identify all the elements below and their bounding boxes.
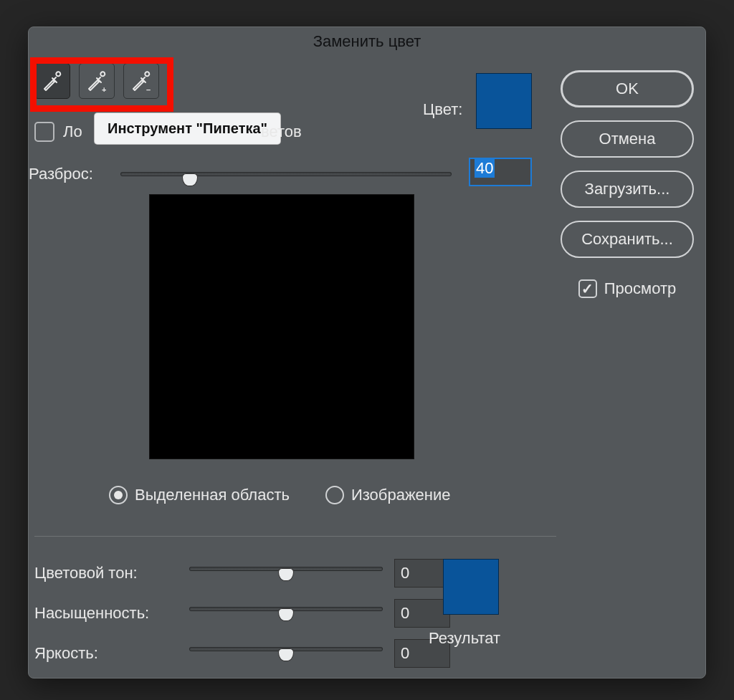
eyedropper-add-tool[interactable]: + <box>79 63 115 99</box>
eyedropper-tool[interactable] <box>34 63 70 99</box>
result-color-swatch[interactable] <box>443 559 499 615</box>
preview-label: Просмотр <box>604 279 676 298</box>
localized-colors-label-right: ветов <box>261 123 302 141</box>
preview-checkbox[interactable] <box>578 279 597 298</box>
saturation-label: Насыщенность: <box>34 604 178 623</box>
localized-colors-row: Ло ветов <box>34 122 302 142</box>
result-label: Результат <box>429 629 500 648</box>
dialog-buttons: OK Отмена Загрузить... Сохранить... Прос… <box>561 70 694 298</box>
saturation-input[interactable] <box>394 599 450 628</box>
lightness-slider[interactable] <box>189 646 383 661</box>
localized-colors-label-left: Ло <box>63 123 86 141</box>
fuzziness-label: Разброс: <box>29 165 93 183</box>
hue-slider[interactable] <box>189 565 383 581</box>
color-label: Цвет: <box>423 100 462 119</box>
eyedropper-icon <box>40 69 65 93</box>
preview-toggle-row: Просмотр <box>561 279 694 298</box>
fuzziness-value: 40 <box>475 159 495 178</box>
radio-image[interactable] <box>325 486 344 504</box>
radio-image-label: Изображение <box>351 486 451 504</box>
saturation-slider[interactable] <box>189 605 383 621</box>
dialog-title: Заменить цвет <box>29 27 705 56</box>
dialog-content: + – Инструмент "Пипетка" Ло ветов Цвет: … <box>29 56 705 678</box>
replace-color-dialog: Заменить цвет + – <box>28 27 706 679</box>
ok-button[interactable]: OK <box>561 70 694 107</box>
hue-label: Цветовой тон: <box>34 564 178 582</box>
slider-track <box>120 172 452 176</box>
fuzziness-slider[interactable] <box>120 169 452 186</box>
eyedropper-subtract-tool[interactable]: – <box>123 63 159 99</box>
eyedropper-subtract-icon: – <box>129 69 153 93</box>
preview-mode-radios: Выделенная область Изображение <box>109 486 451 504</box>
radio-selection[interactable] <box>109 486 128 504</box>
svg-text:+: + <box>102 85 106 93</box>
cancel-button[interactable]: Отмена <box>561 120 694 158</box>
hue-input[interactable] <box>394 559 450 588</box>
load-button[interactable]: Загрузить... <box>561 171 694 208</box>
source-color-swatch[interactable] <box>476 73 532 129</box>
save-button[interactable]: Сохранить... <box>561 221 694 258</box>
slider-handle[interactable] <box>182 173 198 186</box>
saturation-slider-handle[interactable] <box>278 608 294 621</box>
eyedropper-toolbar: + – <box>34 63 159 99</box>
radio-selection-label: Выделенная область <box>135 486 290 504</box>
divider <box>34 536 556 537</box>
fuzziness-input[interactable]: 40 <box>469 158 532 186</box>
eyedropper-add-icon: + <box>85 69 109 93</box>
lightness-label: Яркость: <box>34 644 178 663</box>
lightness-slider-handle[interactable] <box>278 648 294 661</box>
hue-slider-handle[interactable] <box>278 568 294 581</box>
selection-preview <box>149 194 414 459</box>
localized-colors-checkbox[interactable] <box>34 122 54 142</box>
svg-text:–: – <box>146 85 151 93</box>
